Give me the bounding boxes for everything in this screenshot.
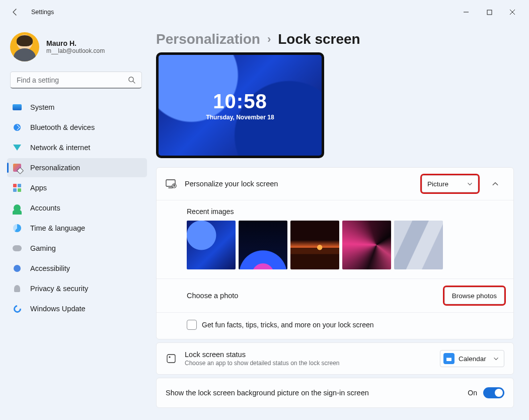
browse-photos-label: Browse photos	[452, 292, 497, 300]
bluetooth-icon	[12, 122, 22, 132]
personalization-icon	[12, 163, 22, 173]
nav-item-system[interactable]: System	[7, 98, 147, 117]
accounts-icon	[12, 203, 22, 213]
svg-rect-8	[446, 357, 451, 358]
nav-label: Network & internet	[30, 144, 90, 152]
status-row[interactable]: Lock screen status Choose an app to show…	[157, 343, 513, 374]
nav-label: Bluetooth & devices	[30, 123, 95, 131]
svg-rect-5	[167, 355, 175, 363]
search-placeholder: Find a setting	[17, 76, 59, 84]
nav-label: Personalization	[30, 164, 80, 172]
choose-photo-label: Choose a photo	[187, 292, 238, 300]
preview-date: Thursday, November 18	[206, 114, 274, 121]
collapse-toggle[interactable]	[486, 175, 504, 193]
search-icon	[128, 76, 135, 84]
privacy-icon	[12, 284, 22, 294]
gaming-icon	[12, 243, 22, 253]
maximize-button[interactable]	[478, 4, 501, 20]
funfacts-row: Get fun facts, tips, tricks, and more on…	[157, 313, 513, 339]
status-icon	[166, 353, 177, 364]
accessibility-icon	[12, 263, 22, 273]
status-sub: Choose an app to show detailed status on…	[185, 360, 432, 367]
nav-label: Time & language	[30, 224, 85, 232]
funfacts-checkbox[interactable]	[187, 320, 197, 330]
browse-photos-button[interactable]: Browse photos	[444, 287, 504, 304]
nav-item-accessibility[interactable]: Accessibility	[7, 259, 147, 278]
nav-item-accounts[interactable]: Accounts	[7, 198, 147, 218]
nav-label: Apps	[30, 184, 47, 192]
personalize-card: Personalize your lock screen Picture Rec…	[156, 167, 514, 339]
apps-icon	[12, 183, 22, 193]
signin-picture-card: Show the lock screen background picture …	[156, 378, 514, 408]
user-name: Mauro H.	[46, 39, 105, 47]
lockscreen-preview: 10:58 Thursday, November 18	[156, 52, 324, 158]
svg-rect-0	[487, 10, 492, 15]
svg-point-6	[169, 356, 170, 358]
update-icon	[12, 304, 22, 314]
user-block[interactable]: Mauro H. m__lab@outlook.com	[7, 29, 147, 72]
nav-item-update[interactable]: Windows Update	[7, 299, 147, 318]
nav-item-privacy[interactable]: Privacy & security	[7, 279, 147, 298]
personalize-title: Personalize your lock screen	[185, 180, 278, 188]
network-icon	[12, 143, 22, 153]
recent-image-3[interactable]	[290, 221, 339, 269]
close-button[interactable]	[501, 4, 524, 20]
background-type-dropdown[interactable]: Picture	[422, 175, 478, 192]
time-icon	[12, 223, 22, 233]
chevron-down-icon	[467, 181, 473, 187]
status-title: Lock screen status	[185, 351, 432, 359]
recent-image-4[interactable]	[342, 221, 391, 269]
dropdown-value: Picture	[427, 180, 448, 188]
calendar-icon	[443, 353, 455, 364]
breadcrumb-parent[interactable]: Personalization	[156, 31, 260, 47]
recent-images-block: Recent images	[157, 200, 513, 279]
sidebar: Mauro H. m__lab@outlook.com Find a setti…	[0, 24, 151, 420]
nav-label: System	[30, 103, 54, 111]
nav-item-network[interactable]: Network & internet	[7, 138, 147, 157]
status-card: Lock screen status Choose an app to show…	[156, 342, 514, 375]
choose-photo-row: Choose a photo Browse photos	[157, 279, 513, 313]
recent-image-2[interactable]	[239, 221, 287, 269]
personalize-header-row[interactable]: Personalize your lock screen Picture	[157, 168, 513, 200]
search-input[interactable]: Find a setting	[10, 72, 142, 89]
nav-label: Privacy & security	[30, 285, 88, 293]
app-title: Settings	[31, 9, 54, 16]
titlebar: Settings	[0, 0, 529, 24]
avatar	[10, 32, 39, 61]
user-email: m__lab@outlook.com	[46, 47, 105, 54]
svg-point-1	[129, 77, 133, 82]
chevron-down-icon	[493, 356, 499, 362]
nav-label: Gaming	[30, 244, 56, 252]
system-icon	[12, 102, 22, 112]
funfacts-label: Get fun facts, tips, tricks, and more on…	[202, 321, 374, 329]
signin-picture-label: Show the lock screen background picture …	[166, 389, 369, 397]
svg-rect-4	[174, 185, 175, 187]
toggle-state-label: On	[468, 389, 477, 397]
recent-images-title: Recent images	[187, 207, 504, 216]
nav-label: Accounts	[30, 204, 60, 212]
nav-list: System Bluetooth & devices Network & int…	[7, 98, 147, 318]
nav-item-time[interactable]: Time & language	[7, 219, 147, 238]
status-app-label: Calendar	[459, 355, 486, 363]
signin-picture-toggle[interactable]	[483, 387, 504, 398]
signin-picture-row: Show the lock screen background picture …	[157, 378, 513, 407]
nav-item-apps[interactable]: Apps	[7, 178, 147, 197]
main-content: Personalization › Lock screen 10:58 Thur…	[151, 24, 529, 420]
breadcrumb: Personalization › Lock screen	[156, 31, 514, 47]
minimize-button[interactable]	[455, 4, 478, 20]
recent-image-1[interactable]	[187, 221, 236, 269]
recent-thumbnails	[187, 221, 504, 269]
lockscreen-icon	[166, 178, 177, 189]
status-app-dropdown[interactable]: Calendar	[440, 350, 504, 367]
nav-item-gaming[interactable]: Gaming	[7, 239, 147, 258]
recent-image-5[interactable]	[394, 221, 443, 269]
chevron-right-icon: ›	[267, 33, 271, 46]
window-controls	[455, 4, 524, 20]
nav-item-bluetooth[interactable]: Bluetooth & devices	[7, 118, 147, 137]
nav-item-personalization[interactable]: Personalization	[7, 158, 147, 177]
nav-label: Accessibility	[30, 264, 70, 272]
nav-label: Windows Update	[30, 305, 86, 313]
page-title: Lock screen	[278, 31, 360, 47]
back-button[interactable]	[7, 4, 23, 20]
preview-time: 10:58	[213, 90, 267, 113]
